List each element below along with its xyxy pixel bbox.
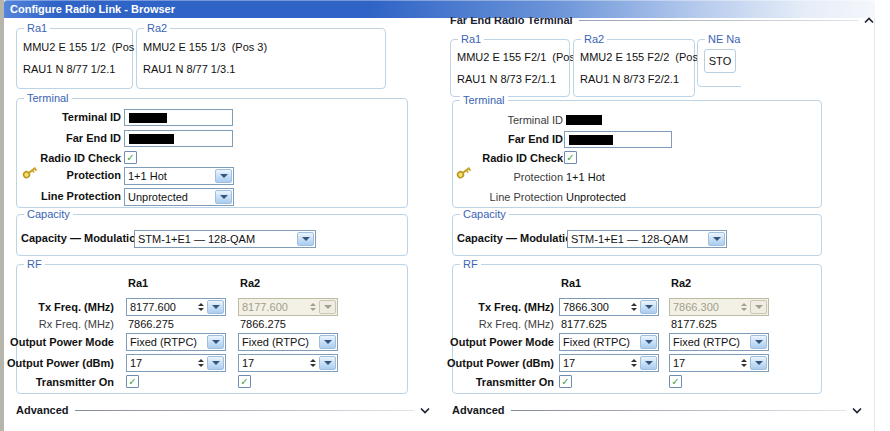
dropdown-arrow-icon[interactable] <box>750 335 767 349</box>
far-modulation-dropdown[interactable]: STM-1+E1 — 128-QAM <box>567 230 727 248</box>
ne-name-value: STO <box>709 55 731 67</box>
window-titlebar[interactable]: Configure Radio Link - Browser <box>4 0 875 18</box>
dropdown-arrow-icon[interactable] <box>207 335 224 349</box>
near-modulation-value: STM-1+E1 — 128-QAM <box>135 231 296 247</box>
near-terminal-group: Terminal Terminal ID Far End ID Radio ID… <box>16 98 408 208</box>
far-rf-col-ra1: Ra1 <box>561 277 581 289</box>
dropdown-arrow-icon[interactable] <box>207 300 224 314</box>
chevron-down-icon[interactable] <box>420 407 430 414</box>
far-output-power-ra2-spinner[interactable]: 17 <box>669 354 769 372</box>
dropdown-arrow-icon[interactable] <box>750 356 767 370</box>
far-terminal-id-redacted-value <box>566 115 602 125</box>
near-ra1-group: Ra1 MMU2 E 155 1/2 (Pos 2) RAU1 N 8/77 1… <box>16 28 133 89</box>
far-output-power-ra1-spinner[interactable]: 17 <box>559 354 659 372</box>
dropdown-arrow-icon[interactable] <box>708 232 725 246</box>
far-radio-id-checkbox[interactable]: ✓ <box>564 151 577 164</box>
far-rx-freq-ra1-value: 8177.625 <box>561 318 607 330</box>
near-terminal-id-label: Terminal ID <box>62 111 121 123</box>
window-title: Configure Radio Link - Browser <box>10 3 175 15</box>
near-rx-freq-label: Rx Freq. (MHz) <box>39 318 114 330</box>
far-transmitter-on-ra1-checkbox[interactable]: ✓ <box>559 375 572 388</box>
spinner-arrows-icon[interactable] <box>628 355 639 371</box>
far-ra2-group: Ra2 MMU2 E 155 F2/2 (Pos 3) RAU1 N 8/73 … <box>573 39 695 97</box>
dropdown-arrow-icon[interactable] <box>215 169 232 183</box>
far-transmitter-on-ra2-checkbox[interactable]: ✓ <box>669 375 682 388</box>
far-tx-freq-label: Tx Freq. (MHz) <box>478 301 554 313</box>
far-rx-freq-label: Rx Freq. (MHz) <box>479 318 554 330</box>
near-transmitter-on-ra1-checkbox[interactable]: ✓ <box>126 375 139 388</box>
spinner-arrows-icon[interactable] <box>195 355 206 371</box>
near-output-power-mode-ra1-value: Fixed (RTPC) <box>127 334 206 350</box>
far-modulation-value: STM-1+E1 — 128-QAM <box>568 231 707 247</box>
far-rf-col-ra2: Ra2 <box>671 277 691 289</box>
near-ra2-board: MMU2 E 155 1/3 (Pos 3) <box>143 41 267 53</box>
far-output-power-label: Output Power (dBm) <box>447 357 554 369</box>
near-output-power-mode-ra1-dropdown[interactable]: Fixed (RTPC) <box>126 333 226 351</box>
near-tx-freq-ra2-value: 8177.600 <box>239 299 307 315</box>
near-modulation-dropdown[interactable]: STM-1+E1 — 128-QAM <box>134 230 316 248</box>
dropdown-arrow-icon[interactable] <box>319 335 336 349</box>
near-tx-freq-label: Tx Freq. (MHz) <box>38 301 114 313</box>
dropdown-arrow-icon[interactable] <box>297 232 314 246</box>
near-rf-col-ra2: Ra2 <box>240 277 260 289</box>
near-protection-dropdown[interactable]: 1+1 Hot <box>124 167 234 185</box>
near-output-power-ra2-spinner[interactable]: 17 <box>238 354 338 372</box>
far-tx-freq-ra1-spinner[interactable]: 7866.300 <box>559 298 659 316</box>
near-output-power-mode-ra2-dropdown[interactable]: Fixed (RTPC) <box>238 333 338 351</box>
far-end-section-header[interactable]: Far End Radio Terminal <box>450 17 874 28</box>
far-ra2-group-label: Ra2 <box>581 33 607 46</box>
dropdown-arrow-icon[interactable] <box>640 335 657 349</box>
spinner-arrows-icon[interactable] <box>195 299 206 315</box>
near-rf-col-ra1: Ra1 <box>128 277 148 289</box>
far-rx-freq-ra2-value: 8177.625 <box>671 318 717 330</box>
near-protection-value: 1+1 Hot <box>125 168 214 184</box>
far-terminal-id-label: Terminal ID <box>507 114 563 126</box>
dropdown-arrow-icon[interactable] <box>215 190 232 204</box>
near-advanced-section-header[interactable]: Advanced <box>16 403 430 417</box>
chevron-down-icon[interactable] <box>852 407 862 414</box>
near-output-power-mode-label: Output Power Mode <box>10 336 114 348</box>
spinner-arrows-icon[interactable] <box>738 355 749 371</box>
far-ra2-board: MMU2 E 155 F2/2 (Pos 3) <box>580 51 711 63</box>
far-tx-freq-ra2-value: 7866.300 <box>670 299 738 315</box>
dropdown-arrow-icon[interactable] <box>640 300 657 314</box>
far-far-end-id-input[interactable] <box>564 131 672 148</box>
near-output-power-ra1-spinner[interactable]: 17 <box>126 354 226 372</box>
far-terminal-group: Terminal Terminal ID Far End ID Radio ID… <box>452 100 822 208</box>
spinner-arrows-icon[interactable] <box>628 299 639 315</box>
far-transmitter-on-label: Transmitter On <box>476 376 554 388</box>
near-ra1-group-label: Ra1 <box>24 22 50 35</box>
far-advanced-section-header[interactable]: Advanced <box>452 403 862 417</box>
near-radio-id-checkbox[interactable]: ✓ <box>124 151 137 164</box>
spinner-arrows-icon <box>307 299 318 315</box>
near-capacity-group-label: Capacity <box>24 208 73 221</box>
near-far-end-id-input[interactable] <box>124 130 233 147</box>
far-output-power-mode-ra2-dropdown[interactable]: Fixed (RTPC) <box>669 333 769 351</box>
divider-line <box>579 20 858 21</box>
far-protection-label: Protection <box>513 171 563 183</box>
dropdown-arrow-icon[interactable] <box>207 356 224 370</box>
far-ra1-board: MMU2 E 155 F2/1 (Pos 2) <box>457 51 588 63</box>
near-output-power-mode-ra2-value: Fixed (RTPC) <box>239 334 318 350</box>
spinner-arrows-icon[interactable] <box>307 355 318 371</box>
ne-name-value-box: STO <box>704 49 736 73</box>
ne-name-clipped-region: NE Name STO <box>697 32 741 94</box>
far-rf-group: RF Ra1 Ra2 Tx Freq. (MHz) 7866.300 7866.… <box>452 264 822 394</box>
far-output-power-ra1-value: 17 <box>560 355 628 371</box>
near-tx-freq-ra1-spinner[interactable]: 8177.600 <box>126 298 226 316</box>
dropdown-arrow-icon[interactable] <box>640 356 657 370</box>
near-modulation-label: Capacity — Modulation <box>21 232 143 244</box>
near-terminal-group-label: Terminal <box>24 92 72 105</box>
divider-line <box>511 410 846 411</box>
near-transmitter-on-ra2-checkbox[interactable]: ✓ <box>238 375 251 388</box>
dropdown-arrow-icon <box>750 300 767 314</box>
ne-name-group-label: NE Name <box>705 33 741 46</box>
dropdown-arrow-icon[interactable] <box>319 356 336 370</box>
near-line-protection-dropdown[interactable]: Unprotected <box>124 188 234 206</box>
far-output-power-mode-ra1-dropdown[interactable]: Fixed (RTPC) <box>559 333 659 351</box>
near-capacity-group: Capacity Capacity — Modulation STM-1+E1 … <box>16 214 408 256</box>
near-terminal-id-input[interactable] <box>124 109 233 126</box>
far-end-id-redacted-value <box>129 134 174 144</box>
chevron-up-icon[interactable] <box>864 17 874 24</box>
near-transmitter-on-label: Transmitter On <box>36 376 114 388</box>
